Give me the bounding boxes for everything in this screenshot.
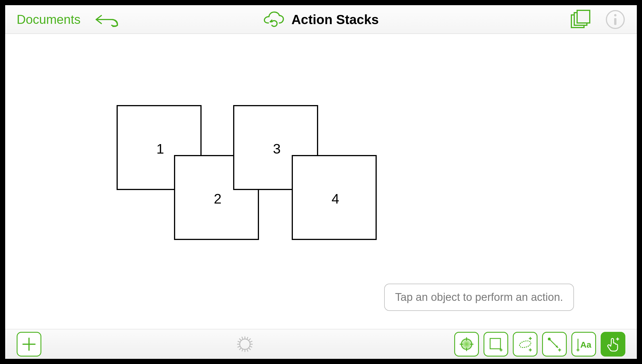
info-button[interactable] [605,9,625,30]
bottom-toolbar: Aa [5,329,637,359]
documents-button[interactable]: Documents [17,12,81,27]
ellipse-icon [517,336,534,353]
ellipse-tool-button[interactable] [513,332,537,357]
svg-line-17 [247,337,248,339]
svg-text:Aa: Aa [580,340,591,349]
svg-line-14 [249,348,250,350]
cloud-sync-icon [263,11,285,28]
page-title: Action Stacks [291,12,379,27]
action-tool-button[interactable] [601,332,625,357]
hint-text: Tap an object to perform an action. [395,291,563,303]
line-tool-button[interactable] [542,332,567,357]
svg-rect-31 [490,338,500,349]
selection-tool-button[interactable] [454,332,479,357]
svg-line-21 [241,337,243,339]
svg-line-13 [239,339,241,340]
svg-line-19 [238,341,240,342]
plus-icon [21,336,37,352]
hint-tooltip: Tap an object to perform an action. [384,284,574,311]
info-icon [605,9,625,30]
add-button[interactable] [17,332,41,357]
sync-button[interactable] [263,11,285,28]
svg-line-23 [238,345,240,348]
shape-label: 1 [156,141,164,157]
gear-icon [236,336,254,353]
svg-line-15 [239,348,241,350]
shape-label: 4 [332,191,339,207]
rectangle-tool-button[interactable] [484,332,508,357]
target-icon [458,336,475,353]
svg-rect-5 [614,18,616,25]
svg-rect-2 [577,10,590,23]
canvas-shape-box4[interactable]: 4 [292,155,377,240]
shape-label: 3 [273,141,281,157]
canvas[interactable]: 1234 Tap an object to perform an action. [5,34,637,329]
svg-point-4 [614,14,616,16]
text-icon: Aa [575,336,592,353]
undo-icon [95,11,120,28]
canvases-button[interactable] [570,10,591,29]
rectangle-icon [487,336,504,353]
line-icon [546,336,563,353]
shape-label: 2 [214,191,222,207]
svg-line-24 [250,340,252,343]
svg-line-18 [242,349,243,351]
svg-line-22 [246,349,249,351]
svg-line-16 [249,339,250,340]
canvases-icon [570,10,591,29]
top-toolbar: Documents Action St [5,5,637,34]
text-tool-button[interactable]: Aa [571,332,596,357]
svg-line-20 [250,346,252,347]
style-button[interactable] [236,336,254,353]
undo-button[interactable] [95,11,120,28]
tap-hand-icon [604,336,622,353]
svg-point-39 [548,338,551,340]
